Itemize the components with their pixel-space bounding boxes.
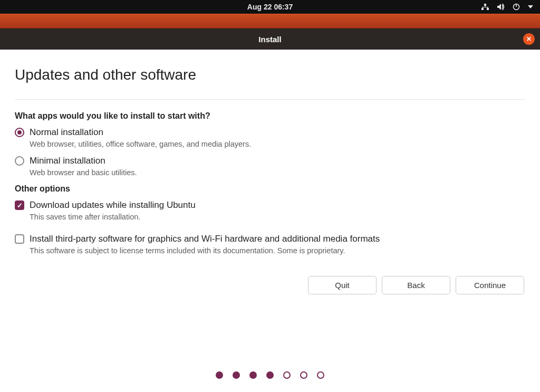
- radio-selected-icon: [15, 128, 24, 137]
- option-desc: Web browser, utilities, office software,…: [30, 140, 525, 148]
- progress-dot: [233, 371, 240, 379]
- progress-dot: [249, 371, 257, 379]
- back-button[interactable]: Back: [382, 276, 450, 294]
- system-topbar: Aug 22 06:37: [0, 0, 540, 14]
- svg-rect-4: [483, 7, 488, 7]
- svg-marker-7: [497, 4, 501, 10]
- option-label: Minimal installation: [30, 156, 105, 166]
- option-label: Normal installation: [30, 127, 103, 138]
- checkbox-checked-icon: [15, 200, 24, 210]
- window-title: Install: [258, 35, 281, 44]
- check-download-updates[interactable]: Download updates while installing Ubuntu: [15, 200, 525, 211]
- clock: Aug 22 06:37: [247, 3, 293, 11]
- option-label: Install third-party software for graphic…: [30, 234, 380, 244]
- dropdown-icon[interactable]: [527, 5, 534, 9]
- checkbox-unchecked-icon: [15, 234, 24, 244]
- progress-indicator: [0, 371, 540, 379]
- option-desc: Web browser and basic utilities.: [30, 168, 525, 177]
- svg-rect-2: [484, 4, 486, 6]
- option-desc: This saves time after installation.: [30, 213, 525, 221]
- volume-icon[interactable]: [497, 3, 505, 11]
- power-icon[interactable]: [513, 3, 520, 11]
- svg-marker-10: [528, 5, 533, 8]
- option-desc: This software is subject to license term…: [30, 246, 525, 255]
- window-titlebar: Install ✕: [0, 28, 540, 50]
- progress-dot: [317, 371, 324, 379]
- progress-dot: [266, 371, 274, 379]
- svg-rect-6: [488, 7, 488, 8]
- svg-rect-5: [483, 7, 483, 8]
- quit-button[interactable]: Quit: [308, 276, 377, 294]
- svg-rect-9: [516, 4, 517, 7]
- continue-button[interactable]: Continue: [456, 276, 524, 294]
- apps-question: What apps would you like to install to s…: [15, 111, 525, 121]
- progress-dot: [300, 371, 307, 379]
- radio-unselected-icon: [15, 156, 24, 166]
- option-normal-install[interactable]: Normal installation: [15, 127, 525, 138]
- option-label: Download updates while installing Ubuntu: [30, 200, 196, 211]
- button-row: Quit Back Continue: [15, 276, 525, 294]
- progress-dot: [216, 371, 223, 379]
- check-third-party[interactable]: Install third-party software for graphic…: [15, 234, 525, 244]
- progress-dot: [283, 371, 291, 379]
- accent-strip: [0, 14, 540, 28]
- installer-content: Updates and other software What apps wou…: [0, 50, 540, 356]
- option-minimal-install[interactable]: Minimal installation: [15, 156, 525, 166]
- system-tray: [481, 3, 534, 11]
- close-button[interactable]: ✕: [523, 33, 535, 45]
- svg-rect-0: [481, 8, 484, 10]
- svg-rect-1: [487, 8, 489, 10]
- network-icon[interactable]: [481, 3, 489, 11]
- divider: [15, 99, 525, 100]
- other-options-label: Other options: [15, 184, 525, 194]
- close-icon: ✕: [526, 35, 532, 43]
- page-title: Updates and other software: [15, 66, 525, 83]
